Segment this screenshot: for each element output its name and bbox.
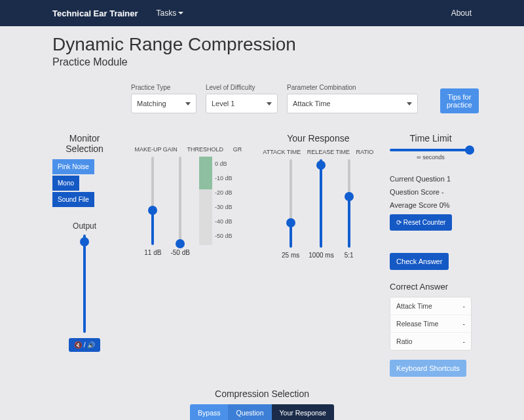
compression-segment: Bypass Question Your Response: [190, 404, 334, 420]
release-slider[interactable]: [315, 159, 327, 248]
time-limit-slider[interactable]: [390, 149, 472, 151]
mono-button[interactable]: Mono: [52, 176, 79, 191]
compression-heading: Compression Selection: [52, 389, 472, 399]
output-label: Output: [52, 221, 117, 231]
current-question: Current Question 1: [390, 175, 472, 183]
output-slider[interactable]: [79, 235, 90, 333]
nav-about[interactable]: About: [451, 9, 472, 18]
practice-type-select[interactable]: Matching: [131, 94, 196, 113]
gr-label: GR: [233, 146, 242, 153]
param-combo-label: Parameter Combination: [287, 84, 418, 91]
correct-attack-value: -: [463, 302, 466, 310]
bypass-button[interactable]: Bypass: [190, 404, 228, 420]
difficulty-label: Level of Difficulty: [206, 84, 278, 91]
threshold-value: -50 dB: [170, 249, 189, 256]
page-title: Dynamic Range Compression: [52, 34, 472, 55]
reset-counter-button[interactable]: ⟳ Reset Counter: [390, 214, 452, 231]
pink-noise-button[interactable]: Pink Noise: [52, 159, 94, 174]
caret-down-icon: [178, 12, 183, 14]
mute-toggle-button[interactable]: 🔇 / 🔊: [69, 338, 100, 352]
param-combo-select[interactable]: Attack Time: [287, 94, 418, 113]
gr-tick: -10 dB: [215, 171, 233, 185]
gr-tick: -50 dB: [215, 229, 233, 243]
correct-answer-table: Attack Time- Release Time- Ratio-: [390, 297, 472, 351]
keyboard-shortcuts-button[interactable]: Keyboard Shortcuts: [390, 360, 466, 377]
ratio-value: 5:1: [345, 252, 354, 259]
release-label: RELEASE TIME: [307, 149, 350, 155]
correct-attack-label: Attack Time: [396, 302, 432, 310]
monitor-heading: Monitor Selection: [52, 133, 117, 154]
brand: Technical Ear Trainer: [52, 9, 138, 18]
ratio-label: RATIO: [356, 149, 374, 155]
question-button[interactable]: Question: [228, 404, 271, 420]
correct-release-label: Release Time: [396, 320, 438, 328]
your-response-button[interactable]: Your Response: [272, 404, 334, 420]
response-heading: Your Response: [260, 133, 377, 143]
ratio-slider[interactable]: [343, 159, 355, 248]
time-limit-value: ∞ seconds: [390, 154, 472, 161]
sound-file-button[interactable]: Sound File: [52, 192, 94, 207]
difficulty-select[interactable]: Level 1: [206, 94, 278, 113]
question-score: Question Score -: [390, 188, 472, 196]
gr-tick: -40 dB: [215, 214, 233, 229]
correct-release-value: -: [463, 320, 466, 328]
makeup-gain-value: 11 dB: [144, 249, 161, 256]
practice-type-label: Practice Type: [131, 84, 196, 91]
gr-tick: -30 dB: [215, 200, 233, 214]
page-subtitle: Practice Module: [52, 56, 472, 68]
check-answer-button[interactable]: Check Answer: [390, 253, 449, 270]
gr-tick: -20 dB: [215, 185, 233, 200]
attack-label: ATTACK TIME: [263, 149, 301, 155]
threshold-label: THRESHOLD: [187, 146, 224, 153]
correct-ratio-label: Ratio: [396, 337, 413, 345]
makeup-gain-label: MAKE-UP GAIN: [135, 146, 178, 153]
nav-tasks[interactable]: Tasks: [157, 9, 184, 18]
attack-value: 25 ms: [282, 252, 299, 259]
gr-meter: [199, 157, 212, 245]
nav-tasks-label: Tasks: [157, 9, 177, 18]
attack-slider[interactable]: [285, 159, 297, 248]
release-value: 1000 ms: [309, 252, 333, 259]
tips-button[interactable]: Tips for practice: [440, 88, 479, 113]
correct-ratio-value: -: [463, 337, 466, 345]
correct-answer-heading: Correct Answer: [390, 282, 472, 292]
gr-tick: 0 dB: [215, 157, 233, 171]
time-limit-heading: Time Limit: [390, 133, 472, 143]
threshold-slider[interactable]: [174, 157, 186, 245]
makeup-gain-slider[interactable]: [147, 157, 159, 245]
average-score: Average Score 0%: [390, 201, 472, 209]
